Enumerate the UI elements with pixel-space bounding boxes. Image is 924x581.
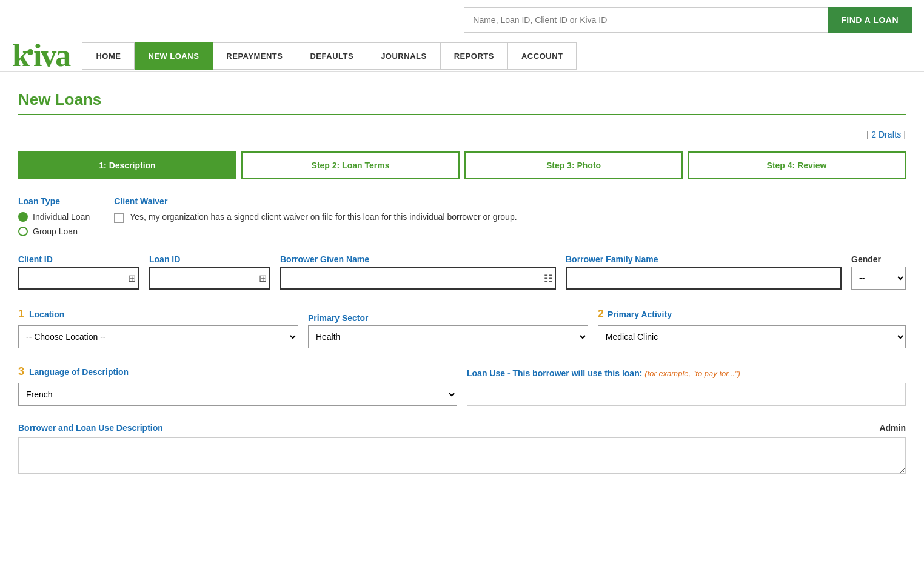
primary-activity-step-number: 2 — [598, 308, 604, 320]
nav-item-new-loans[interactable]: NEW LOANS — [135, 42, 213, 70]
individual-loan-label: Individual Loan — [33, 212, 90, 222]
admin-label: Admin — [879, 423, 906, 433]
loan-use-example: (for example, "to pay for...") — [644, 369, 740, 378]
language-field: 3 Language of Description French — [18, 365, 457, 406]
step3-label-row: 3 Language of Description — [18, 365, 457, 378]
language-label: Language of Description — [29, 367, 129, 377]
language-loan-use-row: 3 Language of Description French Loan Us… — [18, 365, 906, 406]
loan-id-field: Loan ID ⊞ — [149, 254, 270, 290]
step-1-button[interactable]: 1: Description — [18, 151, 236, 179]
title-divider — [18, 114, 906, 115]
borrower-given-name-label: Borrower Given Name — [280, 254, 556, 264]
primary-activity-field: 2 Primary Activity Medical Clinic — [598, 308, 906, 348]
individual-loan-option[interactable]: Individual Loan — [18, 212, 90, 222]
borrower-given-name-input[interactable] — [280, 267, 556, 290]
client-id-input-wrapper: ⊞ — [18, 267, 139, 290]
step-2-button[interactable]: Step 2: Loan Terms — [241, 151, 460, 179]
borrower-family-name-field: Borrower Family Name — [566, 254, 842, 290]
nav-item-reports[interactable]: REPORTS — [441, 42, 508, 70]
logo: kiva — [12, 40, 70, 71]
logo-dot — [27, 49, 33, 55]
drafts-link[interactable]: 2 Drafts — [871, 130, 901, 139]
step-3-button[interactable]: Step 3: Photo — [464, 151, 683, 179]
borrower-description-label: Borrower and Loan Use Description — [18, 423, 163, 433]
nav-item-home[interactable]: HOME — [82, 42, 135, 70]
client-id-input[interactable] — [18, 267, 139, 290]
client-id-field: Client ID ⊞ — [18, 254, 139, 290]
loan-use-label: Loan Use - This borrower will use this l… — [467, 368, 642, 378]
header-top: FIND A LOAN — [0, 0, 924, 40]
drafts-bracket-open: [ — [866, 130, 869, 139]
loan-id-input-wrapper: ⊞ — [149, 267, 270, 290]
group-loan-option[interactable]: Group Loan — [18, 227, 90, 236]
borrower-family-name-label: Borrower Family Name — [566, 254, 842, 264]
steps-row: 1: Description Step 2: Loan Terms Step 3… — [18, 151, 906, 179]
borrower-family-name-input[interactable] — [566, 267, 842, 290]
location-label: Location — [29, 310, 64, 319]
client-waiver-label[interactable]: Client Waiver — [114, 196, 906, 206]
borrower-description-textarea[interactable] — [18, 437, 906, 474]
loan-id-input[interactable] — [149, 267, 270, 290]
location-row: 1 Location -- Choose Location -- Primary… — [18, 308, 906, 348]
client-id-label: Client ID — [18, 254, 139, 264]
primary-activity-label-row: 2 Primary Activity — [598, 308, 906, 320]
loan-use-label-row: Loan Use - This borrower will use this l… — [467, 368, 906, 378]
primary-sector-field: Primary Sector Health — [308, 313, 588, 348]
nav-item-journals[interactable]: JOURNALS — [367, 42, 441, 70]
language-select[interactable]: French — [18, 383, 457, 406]
borrower-given-name-wrapper: ☷ — [280, 267, 556, 290]
client-waiver-section: Client Waiver Yes, my organization has a… — [114, 196, 906, 236]
location-select[interactable]: -- Choose Location -- — [18, 325, 298, 348]
borrower-description-section: Borrower and Loan Use Description Admin — [18, 423, 906, 476]
loan-use-input[interactable] — [467, 383, 906, 406]
group-loan-label: Group Loan — [33, 227, 78, 236]
loan-type-options: Individual Loan Group Loan — [18, 212, 90, 236]
waiver-checkbox-text: Yes, my organization has a signed client… — [130, 212, 517, 222]
find-loan-button[interactable]: FIND A LOAN — [828, 7, 912, 33]
loan-id-label: Loan ID — [149, 254, 270, 264]
page-content: New Loans [ 2 Drafts ] 1: Description St… — [0, 72, 924, 500]
gender-label: Gender — [851, 254, 906, 264]
gender-select[interactable]: -- Male Female Other — [851, 267, 906, 290]
nav-item-defaults[interactable]: DEFAULTS — [296, 42, 367, 70]
header-nav: kiva HOME NEW LOANS REPAYMENTS DEFAULTS … — [0, 40, 924, 72]
waiver-checkbox[interactable] — [114, 213, 124, 223]
nav-item-account[interactable]: ACCOUNT — [508, 42, 577, 70]
primary-sector-select[interactable]: Health — [308, 325, 588, 348]
primary-activity-label: Primary Activity — [608, 310, 672, 319]
description-header: Borrower and Loan Use Description Admin — [18, 423, 906, 433]
borrower-given-name-field: Borrower Given Name ☷ — [280, 254, 556, 290]
search-input[interactable] — [464, 7, 828, 33]
loan-type-section: Loan Type Individual Loan Group Loan — [18, 196, 90, 236]
loan-use-field: Loan Use - This borrower will use this l… — [467, 368, 906, 406]
drafts-bracket-close: ] — [903, 130, 906, 139]
logo-text: kiva — [12, 38, 70, 73]
step3-number: 3 — [18, 365, 24, 378]
loan-type-label[interactable]: Loan Type — [18, 196, 90, 206]
waiver-checkbox-row: Yes, my organization has a signed client… — [114, 212, 906, 223]
location-label-row: 1 Location — [18, 308, 298, 320]
primary-activity-select[interactable]: Medical Clinic — [598, 325, 906, 348]
gender-field: Gender -- Male Female Other — [851, 254, 906, 290]
page-title: New Loans — [18, 90, 906, 109]
main-nav: HOME NEW LOANS REPAYMENTS DEFAULTS JOURN… — [82, 42, 912, 70]
location-field: 1 Location -- Choose Location -- — [18, 308, 298, 348]
loan-type-waiver-section: Loan Type Individual Loan Group Loan Cli… — [18, 196, 906, 236]
nav-item-repayments[interactable]: REPAYMENTS — [213, 42, 296, 70]
drafts-row: [ 2 Drafts ] — [18, 130, 906, 139]
primary-sector-label: Primary Sector — [308, 313, 588, 323]
individual-loan-radio[interactable] — [18, 212, 28, 222]
step-4-button[interactable]: Step 4: Review — [688, 151, 906, 179]
location-step-number: 1 — [18, 308, 24, 320]
group-loan-radio[interactable] — [18, 227, 28, 236]
form-fields-row: Client ID ⊞ Loan ID ⊞ Borrower Given Nam… — [18, 254, 906, 290]
